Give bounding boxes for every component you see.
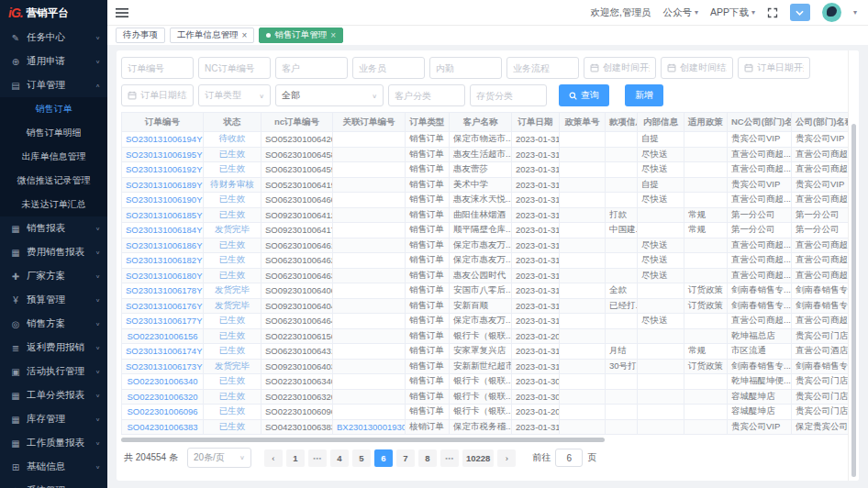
user-avatar[interactable] bbox=[822, 3, 841, 22]
filter-text-input[interactable] bbox=[506, 57, 579, 79]
sidebar-item-expense-sales-report[interactable]: ▦费用销售报表∨ bbox=[0, 240, 107, 264]
table-cell[interactable]: 待财务审核 bbox=[204, 177, 262, 193]
search-button[interactable]: 查询 bbox=[559, 84, 609, 106]
fullscreen-icon[interactable] bbox=[767, 7, 778, 18]
order-link-cell[interactable]: SO230131006189Y bbox=[122, 177, 204, 193]
page-button[interactable]: 8 bbox=[418, 449, 437, 467]
table-cell[interactable]: 已生效 bbox=[204, 344, 262, 360]
table-cell[interactable]: 发货完毕 bbox=[204, 223, 262, 238]
table-cell[interactable]: 发货完毕 bbox=[204, 359, 262, 374]
filter-text-input[interactable] bbox=[121, 57, 194, 79]
table-cell[interactable]: 已生效 bbox=[204, 374, 262, 390]
filter-text-input[interactable] bbox=[352, 57, 425, 79]
table-cell[interactable]: 已生效 bbox=[204, 389, 262, 405]
filter-input-field[interactable] bbox=[395, 91, 459, 101]
official-account-menu[interactable]: 公众号 ▾ bbox=[662, 6, 698, 19]
filter-select[interactable]: 全部∨ bbox=[275, 84, 384, 106]
filter-input-field[interactable] bbox=[359, 63, 418, 73]
sidebar-item-activity-management[interactable]: ▣活动执行管理∨ bbox=[0, 360, 107, 383]
sidebar-item-inventory[interactable]: ▦库存管理∨ bbox=[0, 407, 107, 431]
page-button[interactable]: 1 bbox=[286, 449, 305, 467]
sidebar-item-basic-info[interactable]: ⊞基础信息∨ bbox=[0, 455, 107, 479]
order-link-cell[interactable]: SO230131006195Y bbox=[122, 147, 204, 162]
filter-text-input[interactable] bbox=[388, 84, 465, 106]
order-link-cell[interactable]: SO230131006190Y bbox=[122, 193, 204, 208]
tab-1[interactable]: 待办事项 bbox=[116, 28, 165, 43]
order-link-cell[interactable]: SO022301006340 bbox=[122, 374, 204, 390]
table-cell[interactable]: 已生效 bbox=[204, 268, 262, 283]
jump-page-input[interactable] bbox=[555, 449, 583, 467]
filter-select[interactable]: 订单类型∨ bbox=[198, 84, 271, 106]
filter-input-field[interactable] bbox=[205, 63, 264, 73]
app-download-menu[interactable]: APP下载 ▾ bbox=[710, 6, 755, 19]
horizontal-scrollbar-thumb[interactable] bbox=[121, 438, 605, 442]
table-cell[interactable]: 已生效 bbox=[204, 162, 262, 178]
sidebar-item-system-management[interactable]: ⚙系统管理∨ bbox=[0, 479, 107, 488]
order-link-cell[interactable]: SO230131006184Y bbox=[122, 223, 204, 238]
filter-input-field[interactable] bbox=[476, 91, 540, 101]
filter-date-input[interactable]: 订单日期开始 bbox=[738, 57, 810, 79]
sidebar-subitem[interactable]: 销售订单 bbox=[0, 97, 107, 121]
sidebar-item-sales-plan[interactable]: ◎销售方案∨ bbox=[0, 312, 107, 336]
more-pages-ellipsis[interactable]: ⋯ bbox=[308, 449, 327, 467]
sidebar-item-order-management[interactable]: ▤订单管理∧ bbox=[0, 73, 107, 97]
filter-text-input[interactable] bbox=[275, 57, 348, 79]
filter-input-field[interactable] bbox=[436, 63, 495, 73]
sidebar-item-budget-management[interactable]: ¥预算管理∨ bbox=[0, 288, 107, 312]
page-button[interactable]: 5 bbox=[352, 449, 371, 467]
table-cell[interactable]: 已生效 bbox=[204, 238, 262, 253]
filter-input-field[interactable] bbox=[128, 63, 187, 73]
sidebar-subitem[interactable]: 微信推送记录管理 bbox=[0, 169, 107, 193]
order-link-cell[interactable]: SO230131006174Y bbox=[122, 344, 204, 360]
order-link-cell[interactable]: SO230131006185Y bbox=[122, 207, 204, 223]
sidebar-subitem[interactable]: 销售订单明细 bbox=[0, 121, 107, 145]
vertical-scrollbar-thumb[interactable] bbox=[851, 124, 856, 477]
sidebar-item-factory-plan[interactable]: ✚厂家方案∨ bbox=[0, 264, 107, 288]
order-link-cell[interactable]: SO022301006096 bbox=[122, 405, 204, 420]
close-icon[interactable]: × bbox=[242, 31, 248, 40]
order-link-cell[interactable]: SO230131006178Y bbox=[122, 283, 204, 299]
page-size-select[interactable]: 20条/页 ∨ bbox=[187, 448, 251, 468]
sidebar-subitem[interactable]: 未送达订单汇总 bbox=[0, 193, 107, 216]
sidebar-item-ticket-report[interactable]: ▦工单分类报表∨ bbox=[0, 383, 107, 407]
filter-date-input[interactable]: 订单日期结束 bbox=[121, 84, 194, 106]
user-menu-caret-icon[interactable]: ▾ bbox=[853, 8, 857, 17]
table-cell[interactable]: 已生效 bbox=[204, 405, 262, 420]
order-link-cell[interactable]: SO022301006156 bbox=[122, 328, 204, 344]
sidebar-item-quality-report[interactable]: ▦工作质量报表∨ bbox=[0, 431, 107, 455]
order-link-cell[interactable]: SO230131006194Y bbox=[122, 132, 204, 148]
table-cell[interactable]: 待收款 bbox=[204, 132, 262, 148]
filter-text-input[interactable] bbox=[429, 57, 502, 79]
table-cell[interactable]: 已生效 bbox=[204, 253, 262, 269]
more-pages-ellipsis[interactable]: ⋯ bbox=[440, 449, 459, 467]
order-link-cell[interactable]: SO230131006182Y bbox=[122, 253, 204, 269]
order-link-cell[interactable]: SO042301006383 bbox=[122, 419, 204, 435]
filter-date-input[interactable]: 创建时间结束 bbox=[661, 57, 733, 79]
add-button[interactable]: 新增 bbox=[625, 84, 663, 106]
filter-text-input[interactable] bbox=[470, 84, 547, 106]
order-link-cell[interactable]: BX230130001930G. bbox=[333, 419, 406, 435]
filter-input-field[interactable] bbox=[282, 63, 341, 73]
page-button[interactable]: 7 bbox=[396, 449, 415, 467]
sidebar-item-task-center[interactable]: ✎任务中心∨ bbox=[0, 26, 107, 50]
filter-text-input[interactable] bbox=[198, 57, 271, 79]
order-link-cell[interactable]: SO230131006180Y bbox=[122, 268, 204, 283]
filter-input-field[interactable] bbox=[513, 63, 573, 73]
table-cell[interactable]: 已生效 bbox=[204, 328, 262, 344]
sidebar-item-sales-report[interactable]: ▦销售报表∨ bbox=[0, 216, 107, 240]
next-page-button[interactable]: › bbox=[497, 449, 516, 467]
table-cell[interactable]: 发货完毕 bbox=[204, 283, 262, 299]
tab-3-active[interactable]: 销售订单管理× bbox=[259, 28, 343, 43]
order-link-cell[interactable]: SO230131006173Y bbox=[122, 359, 204, 374]
theme-dropdown-button[interactable] bbox=[790, 4, 810, 21]
order-link-cell[interactable]: SO230131006192Y bbox=[122, 162, 204, 178]
order-link-cell[interactable]: SO230131006177Y bbox=[122, 314, 204, 329]
page-button[interactable]: 4 bbox=[330, 449, 349, 467]
close-icon[interactable]: × bbox=[330, 31, 336, 40]
table-cell[interactable]: 已生效 bbox=[204, 314, 262, 329]
hamburger-menu-icon[interactable] bbox=[116, 7, 128, 18]
table-cell[interactable]: 已生效 bbox=[204, 193, 262, 208]
table-cell[interactable]: 已生效 bbox=[204, 419, 262, 435]
filter-date-input[interactable]: 创建时间开始 bbox=[584, 57, 656, 79]
prev-page-button[interactable]: ‹ bbox=[264, 449, 283, 467]
